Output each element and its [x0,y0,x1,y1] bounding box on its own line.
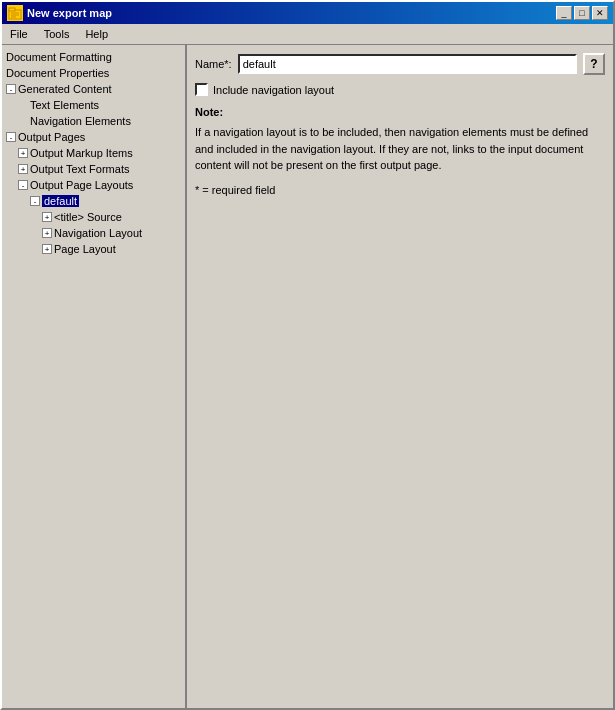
expand-output-page-layouts-icon[interactable]: - [18,180,28,190]
sidebar-item-document-formatting[interactable]: Document Formatting [4,49,183,65]
include-nav-layout-checkbox[interactable] [195,83,208,96]
include-nav-layout-row: Include navigation layout [195,83,605,96]
title-bar: New export map _ □ ✕ [2,2,613,24]
sidebar-item-generated-content[interactable]: - Generated Content [4,81,183,97]
minimize-button[interactable]: _ [556,6,572,20]
expand-output-pages-icon[interactable]: - [6,132,16,142]
close-button[interactable]: ✕ [592,6,608,20]
sidebar-label-navigation-elements: Navigation Elements [30,115,131,127]
sidebar-item-text-elements[interactable]: Text Elements [4,97,183,113]
sidebar-item-default[interactable]: - default [4,193,183,209]
expand-output-text-icon[interactable]: + [18,164,28,174]
sidebar-label-output-pages: Output Pages [18,131,85,143]
note-label: Note: [195,106,605,118]
expand-title-source-icon[interactable]: + [42,212,52,222]
sidebar-label-document-formatting: Document Formatting [6,51,112,63]
menu-help[interactable]: Help [77,26,116,42]
main-window: New export map _ □ ✕ File Tools Help Doc… [0,0,615,710]
title-buttons: _ □ ✕ [556,6,608,20]
required-field-text: * = required field [195,184,605,196]
sidebar-label-document-properties: Document Properties [6,67,109,79]
expand-navigation-layout-icon[interactable]: + [42,228,52,238]
sidebar-item-navigation-elements[interactable]: Navigation Elements [4,113,183,129]
menu-file[interactable]: File [2,26,36,42]
include-nav-layout-label: Include navigation layout [213,84,334,96]
expand-page-layout-icon[interactable]: + [42,244,52,254]
sidebar-label-navigation-layout: Navigation Layout [54,227,142,239]
sidebar-label-title-source: <title> Source [54,211,122,223]
sidebar-item-output-pages[interactable]: - Output Pages [4,129,183,145]
sidebar-item-output-text-formats[interactable]: + Output Text Formats [4,161,183,177]
sidebar-label-default: default [42,195,79,207]
svg-rect-1 [9,8,15,11]
name-input[interactable] [238,54,577,74]
sidebar: Document Formatting Document Properties … [2,45,187,708]
sidebar-label-text-elements: Text Elements [30,99,99,111]
sidebar-label-page-layout: Page Layout [54,243,116,255]
note-text: If a navigation layout is to be included… [195,124,605,174]
help-button[interactable]: ? [583,53,605,75]
title-bar-left: New export map [7,5,112,21]
sidebar-label-output-markup-items: Output Markup Items [30,147,133,159]
menu-bar: File Tools Help [2,24,613,45]
sidebar-label-generated-content: Generated Content [18,83,112,95]
expand-default-icon[interactable]: - [30,196,40,206]
window-icon [7,5,23,21]
sidebar-item-page-layout[interactable]: + Page Layout [4,241,183,257]
window-title: New export map [27,7,112,19]
right-panel: Name*: ? Include navigation layout Note:… [187,45,613,708]
expand-output-markup-icon[interactable]: + [18,148,28,158]
sidebar-item-title-source[interactable]: + <title> Source [4,209,183,225]
name-field-row: Name*: ? [195,53,605,75]
sidebar-item-output-markup-items[interactable]: + Output Markup Items [4,145,183,161]
sidebar-label-output-page-layouts: Output Page Layouts [30,179,133,191]
maximize-button[interactable]: □ [574,6,590,20]
main-content: Document Formatting Document Properties … [2,45,613,708]
sidebar-item-document-properties[interactable]: Document Properties [4,65,183,81]
sidebar-item-navigation-layout[interactable]: + Navigation Layout [4,225,183,241]
name-label: Name*: [195,58,232,70]
menu-tools[interactable]: Tools [36,26,78,42]
expand-generated-content-icon[interactable]: - [6,84,16,94]
sidebar-item-output-page-layouts[interactable]: - Output Page Layouts [4,177,183,193]
sidebar-label-output-text-formats: Output Text Formats [30,163,129,175]
